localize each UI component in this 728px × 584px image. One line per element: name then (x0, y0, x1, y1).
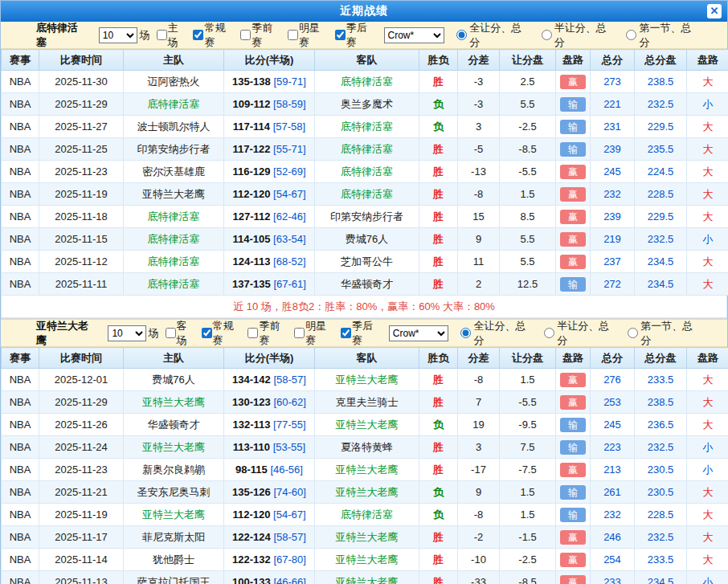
checkbox-input[interactable] (341, 328, 351, 338)
score-full: 112-120 (232, 508, 270, 521)
odds-type-radio[interactable]: 半让分、总分 (544, 319, 618, 348)
filter-checkbox[interactable]: 季前赛 (243, 319, 289, 348)
table-row: NBA2025-11-29底特律活塞109-112 [58-59]奥兰多魔术负-… (2, 93, 728, 116)
checkbox-label: 季前赛 (259, 319, 289, 348)
cell-away-team: 底特律活塞 (315, 138, 419, 161)
filter-checkbox[interactable]: 季后赛 (337, 319, 382, 348)
filter-checkbox[interactable]: 明星赛 (284, 21, 330, 50)
cell-handicap-result: 赢 (556, 526, 591, 549)
radio-input[interactable] (542, 30, 552, 40)
summary-line: 近 10 场，胜8负2：胜率：80%，赢率：60% 大率：80% (1, 296, 727, 318)
odds-type-radio[interactable]: 全让分、总分 (456, 21, 532, 50)
table-row: NBA2025-11-23密尔沃基雄鹿116-129 [52-69]底特律活塞胜… (2, 161, 728, 183)
cell-handicap-line: -7.5 (500, 459, 556, 481)
checkbox-input[interactable] (193, 30, 203, 40)
table-row: NBA2025-11-14犹他爵士122-132 [67-80]亚特兰大老鹰胜-… (2, 549, 728, 571)
checkbox-input[interactable] (247, 328, 258, 338)
cell-home-team: 底特律活塞 (124, 251, 224, 273)
team-name: 底特律活塞 (36, 21, 88, 50)
cell-date: 2025-11-13 (39, 571, 124, 584)
team-name: 亚特兰大老鹰 (36, 319, 97, 348)
cell-league: NBA (2, 228, 39, 251)
filter-checkbox[interactable]: 主场 (153, 21, 189, 50)
games-count-select[interactable]: 10 (108, 325, 145, 341)
score-full: 100-133 (232, 576, 271, 584)
filter-bar-2: 亚特兰大老鹰 10 场 客场常规赛季前赛明星赛季后赛 Crow* 全让分、总分半… (1, 320, 727, 347)
score-full: 135-126 (232, 486, 271, 498)
cell-point-diff: -3 (458, 71, 500, 93)
cell-handicap-line: 2.5 (500, 71, 556, 93)
cell-point-diff: -5 (458, 138, 500, 161)
score-halftime: [67-80] (273, 553, 305, 566)
cell-away-team: 亚特兰大老鹰 (315, 549, 419, 571)
score-full: 122-124 (232, 531, 271, 543)
odds-type-radio[interactable]: 全让分、总分 (460, 319, 534, 348)
cell-league: NBA (2, 71, 39, 93)
cell-total-line: 230.5 (635, 459, 687, 481)
checkbox-input[interactable] (166, 328, 176, 338)
odds-type-radio[interactable]: 第一节、总分 (626, 21, 701, 50)
filter-checkbox[interactable]: 季后赛 (331, 21, 378, 50)
cell-total-points: 246 (591, 526, 635, 549)
radio-input[interactable] (628, 328, 638, 338)
checkbox-input[interactable] (335, 30, 346, 40)
score-full: 116-129 (232, 165, 270, 178)
score-halftime: [67-61] (273, 278, 305, 290)
cell-point-diff: 9 (458, 228, 500, 251)
checkbox-label: 主场 (168, 21, 189, 50)
filter-checkbox[interactable]: 明星赛 (290, 319, 336, 348)
checkbox-input[interactable] (157, 30, 167, 40)
cell-score: 132-113 [77-55] (224, 414, 315, 436)
odds-type-radio-group: 全让分、总分半让分、总分第一节、总分 (451, 319, 701, 348)
handicap-result-badge: 输 (560, 440, 586, 455)
filter-checkbox[interactable]: 常规赛 (189, 21, 235, 50)
cell-home-team: 亚特兰大老鹰 (124, 391, 224, 414)
column-header: 盘路 (556, 348, 591, 369)
checkbox-input[interactable] (294, 328, 305, 338)
cell-home-team: 菲尼克斯太阳 (124, 526, 224, 549)
cell-over-under: 大 (687, 116, 728, 138)
cell-total-points: 273 (591, 71, 635, 93)
table-row: NBA2025-11-21圣安东尼奥马刺135-126 [74-60]亚特兰大老… (2, 481, 728, 504)
cell-over-under: 大 (687, 273, 728, 296)
cell-handicap-line: -5.5 (500, 161, 556, 183)
table-row: NBA2025-11-24亚特兰大老鹰113-110 [53-55]夏洛特黄蜂胜… (2, 436, 728, 459)
cell-date: 2025-11-30 (39, 71, 124, 93)
bookmaker-select[interactable]: Crow* (384, 27, 445, 43)
games-count-select[interactable]: 10 (99, 27, 137, 43)
odds-type-radio[interactable]: 半让分、总分 (542, 21, 617, 50)
table-row: NBA2025-11-11底特律活塞137-135 [67-61]华盛顿奇才胜2… (2, 273, 728, 296)
radio-input[interactable] (456, 30, 467, 40)
checkbox-input[interactable] (288, 30, 298, 40)
cell-date: 2025-11-15 (39, 228, 124, 251)
cell-over-under: 大 (687, 481, 728, 504)
close-icon[interactable]: ✕ (707, 4, 722, 18)
table-row: NBA2025-11-12底特律活塞124-113 [68-52]芝加哥公牛胜1… (2, 251, 728, 273)
filter-checkbox[interactable]: 常规赛 (198, 319, 243, 348)
cell-date: 2025-11-29 (39, 391, 124, 414)
bookmaker-select[interactable]: Crow* (389, 325, 449, 341)
handicap-result-badge: 赢 (560, 575, 586, 584)
cell-handicap-result: 赢 (556, 251, 591, 273)
cell-over-under: 小 (687, 459, 728, 481)
handicap-result-badge: 输 (560, 485, 586, 500)
filter-checkbox[interactable]: 客场 (162, 319, 197, 348)
cell-handicap-result: 输 (556, 116, 591, 138)
odds-type-radio[interactable]: 第一节、总分 (628, 319, 701, 348)
radio-input[interactable] (626, 30, 636, 40)
radio-input[interactable] (544, 328, 554, 338)
cell-away-team: 夏洛特黄蜂 (315, 436, 419, 459)
cell-score: 127-112 [62-46] (224, 206, 315, 228)
filter-checkbox[interactable]: 季前赛 (236, 21, 283, 50)
column-header: 客队 (315, 348, 419, 369)
checkbox-input[interactable] (202, 328, 212, 338)
cell-total-points: 219 (591, 228, 635, 251)
cell-handicap-result: 赢 (556, 391, 591, 414)
column-header: 总分 (591, 348, 635, 369)
cell-league: NBA (2, 436, 39, 459)
radio-input[interactable] (460, 328, 471, 338)
cell-over-under: 大 (687, 161, 728, 183)
checkbox-input[interactable] (240, 30, 251, 40)
handicap-result-badge: 赢 (560, 232, 586, 247)
cell-away-team: 亚特兰大老鹰 (315, 526, 419, 549)
